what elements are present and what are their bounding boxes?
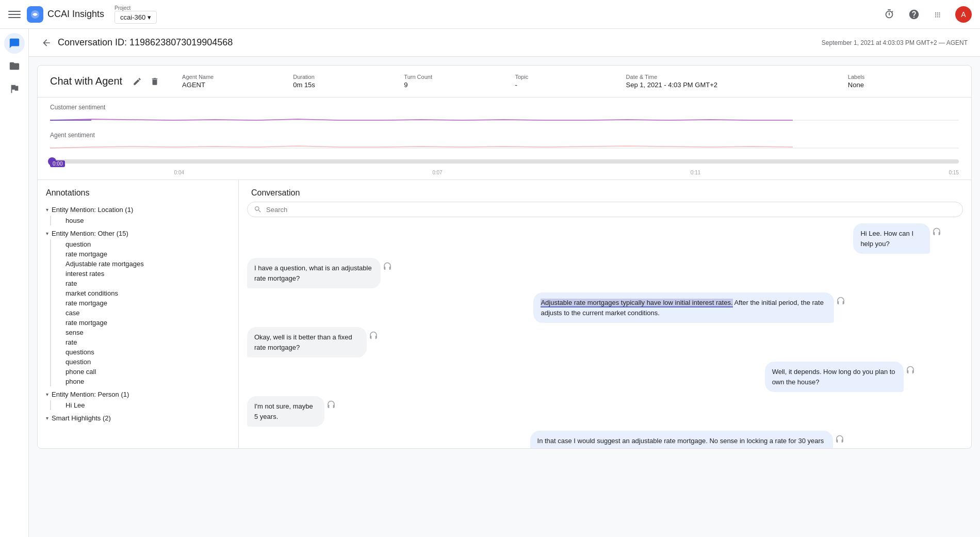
app-logo: CCAI Insights <box>27 6 104 23</box>
audio-icon[interactable] <box>835 435 844 444</box>
list-item: house <box>61 216 230 225</box>
message-bubble: I'm not sure, maybe 5 years. <box>247 396 324 427</box>
message-with-icon: I'm not sure, maybe 5 years. <box>247 396 357 427</box>
delete-button[interactable] <box>148 75 161 88</box>
annotation-group-highlights: ▾ Smart Highlights (2) <box>46 412 230 424</box>
conversation-timestamp: September 1, 2021 at 4:03:03 PM GMT+2 — … <box>822 39 968 46</box>
bottom-split: Annotations ▾ Entity Mention: Location (… <box>38 180 971 448</box>
list-item: Hi Lee <box>61 400 230 410</box>
message-with-icon: In that case I would suggest an adjustab… <box>530 431 963 448</box>
list-item: Adjustable rate mortgages <box>61 259 230 269</box>
annotation-group-location: ▾ Entity Mention: Location (1) house <box>46 204 230 225</box>
list-item: rate mortgage <box>61 298 230 308</box>
conversation-search-bar[interactable] <box>247 202 963 217</box>
help-button[interactable] <box>906 6 922 23</box>
timeline-section: 0:00 0:04 0:07 0:11 0:15 <box>38 159 971 180</box>
apps-button[interactable] <box>930 6 947 23</box>
main-content: Conversation ID: 119862380730199045​68 S… <box>29 29 980 537</box>
list-item: question <box>61 357 230 367</box>
project-label: Project <box>115 5 157 11</box>
meta-topic: Topic - <box>515 74 626 89</box>
project-dropdown[interactable]: ccai-360 ▾ <box>115 11 157 24</box>
metadata-row: Agent Name AGENT Duration 0m 15s Turn Co… <box>166 74 959 89</box>
message-with-icon: Okay, well is it better than a fixed rat… <box>247 327 418 357</box>
list-item: phone call <box>61 367 230 377</box>
annotation-items-location: house <box>50 216 230 225</box>
chevron-down-icon: ▾ <box>46 231 48 236</box>
top-navigation: CCAI Insights Project ccai-360 ▾ A <box>0 0 980 29</box>
chevron-right-icon: ▾ <box>46 415 48 421</box>
meta-agent-name: Agent Name AGENT <box>182 74 293 89</box>
nav-right-actions: A <box>881 6 972 23</box>
message-bubble: I have a question, what is an adjustable… <box>247 258 381 288</box>
list-item: questions <box>61 347 230 357</box>
list-item: rate mortgage <box>61 249 230 259</box>
conversation-card: Chat with Agent Agent Name AGENT <box>37 65 972 449</box>
message-bubble: Hi Lee. How can I help you? <box>853 223 930 254</box>
card-header: Chat with Agent Agent Name AGENT <box>38 66 971 97</box>
audio-icon[interactable] <box>906 366 915 375</box>
message-row: I'm not sure, maybe 5 years. <box>247 396 963 427</box>
annotation-items-person: Hi Lee <box>50 400 230 410</box>
sidebar-item-folder[interactable] <box>4 56 25 76</box>
messages-area: Hi Lee. How can I help you? I have a que… <box>239 223 971 448</box>
meta-duration: Duration 0m 15s <box>293 74 404 89</box>
highlighted-text: Adjustable rate mortgages typically have… <box>541 299 732 307</box>
list-item: sense <box>61 328 230 337</box>
chevron-down-icon: ▾ <box>46 392 48 397</box>
side-navigation <box>0 29 29 537</box>
customer-sentiment-label: Customer sentiment <box>50 104 959 111</box>
audio-icon[interactable] <box>932 227 941 237</box>
annotation-items-other: question rate mortgage Adjustable rate m… <box>50 239 230 386</box>
annotations-panel: Annotations ▾ Entity Mention: Location (… <box>38 180 239 448</box>
conversation-panel: Conversation Hi Lee. How can I help you? <box>239 180 971 448</box>
agent-sentiment-label: Agent sentiment <box>50 132 959 139</box>
message-with-icon: Well, it depends. How long do you plan t… <box>765 362 963 392</box>
annotation-group-location-label: Entity Mention: Location (1) <box>52 206 133 214</box>
audio-icon[interactable] <box>326 400 336 410</box>
audio-icon[interactable] <box>369 331 378 340</box>
customer-sentiment-chart <box>50 113 959 127</box>
message-bubble: Well, it depends. How long do you plan t… <box>765 362 904 392</box>
message-with-icon: Adjustable rate mortgages typically have… <box>533 292 963 323</box>
current-time-badge: 0:00 <box>50 159 65 167</box>
message-with-icon: I have a question, what is an adjustable… <box>247 258 437 288</box>
sentiment-section: Customer sentiment Agent sentiment <box>38 97 971 155</box>
timer-button[interactable] <box>881 6 897 23</box>
timeline-markers: 0:04 0:07 0:11 0:15 <box>50 166 959 175</box>
customer-sentiment-row: Customer sentiment <box>50 104 959 127</box>
annotation-group-highlights-header[interactable]: ▾ Smart Highlights (2) <box>46 412 230 424</box>
annotation-group-person: ▾ Entity Mention: Person (1) Hi Lee <box>46 388 230 410</box>
annotation-group-person-label: Entity Mention: Person (1) <box>52 390 129 398</box>
annotation-group-person-header[interactable]: ▾ Entity Mention: Person (1) <box>46 388 230 400</box>
message-bubble: Adjustable rate mortgages typically have… <box>533 292 834 323</box>
annotation-group-other-header[interactable]: ▾ Entity Mention: Other (15) <box>46 227 230 239</box>
list-item: market conditions <box>61 288 230 298</box>
back-button[interactable] <box>41 38 52 48</box>
search-icon <box>254 205 262 214</box>
annotation-group-other: ▾ Entity Mention: Other (15) question ra… <box>46 227 230 386</box>
sidebar-item-chat[interactable] <box>4 33 25 54</box>
message-bubble: In that case I would suggest an adjustab… <box>530 431 834 448</box>
annotation-group-highlights-label: Smart Highlights (2) <box>52 414 111 422</box>
audio-icon[interactable] <box>383 262 392 271</box>
logo-icon <box>27 6 43 23</box>
message-row: Okay, well is it better than a fixed rat… <box>247 327 963 357</box>
audio-icon[interactable] <box>836 297 845 306</box>
list-item: interest rates <box>61 269 230 279</box>
project-value: ccai-360 <box>120 13 145 21</box>
message-row: Well, it depends. How long do you plan t… <box>247 362 963 392</box>
edit-button[interactable] <box>130 75 144 88</box>
annotation-group-other-label: Entity Mention: Other (15) <box>52 230 128 237</box>
list-item: rate <box>61 337 230 347</box>
breadcrumb-bar: Conversation ID: 119862380730199045​68 S… <box>29 29 980 57</box>
annotation-group-location-header[interactable]: ▾ Entity Mention: Location (1) <box>46 204 230 216</box>
search-input[interactable] <box>266 206 956 214</box>
card-actions <box>130 75 161 88</box>
chevron-down-icon: ▾ <box>148 13 151 21</box>
hamburger-menu[interactable] <box>8 8 21 21</box>
annotations-title: Annotations <box>46 188 230 198</box>
sidebar-item-flag[interactable] <box>4 78 25 99</box>
user-avatar[interactable]: A <box>955 6 972 23</box>
project-selector[interactable]: Project ccai-360 ▾ <box>115 5 157 24</box>
